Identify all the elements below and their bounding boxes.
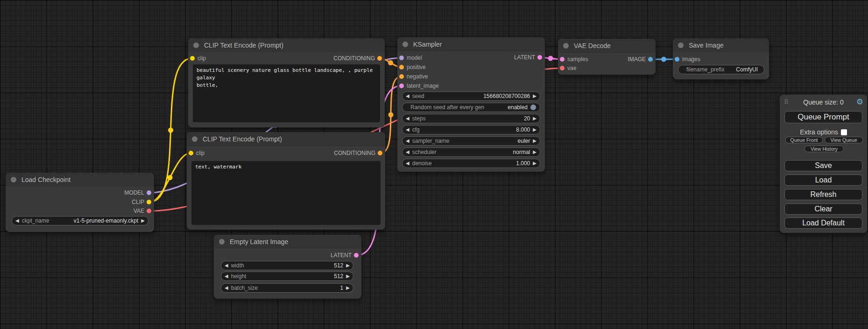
- prev-arrow-icon[interactable]: ◀: [406, 125, 409, 134]
- link-midpoint-latent-out[interactable]: [548, 56, 553, 61]
- node-title-bar[interactable]: Empty Latent Image: [214, 235, 361, 249]
- clip-port-icon[interactable]: [190, 56, 195, 61]
- drag-handle-icon[interactable]: ⠿: [784, 95, 789, 110]
- next-arrow-icon[interactable]: ▶: [533, 114, 536, 123]
- clear-button[interactable]: Clear: [784, 203, 862, 215]
- widget-batch-size[interactable]: ◀ batch_size 1 ▶: [221, 283, 353, 293]
- widget-scheduler[interactable]: ◀ scheduler normal ▶: [402, 147, 540, 157]
- image-port-icon[interactable]: [675, 57, 679, 62]
- widget-label: ckpt_name: [22, 217, 68, 224]
- node-clip-text-encode-positive[interactable]: CLIP Text Encode (Prompt) clip CONDITION…: [188, 38, 385, 127]
- prev-arrow-icon[interactable]: ◀: [225, 283, 228, 293]
- vae-port-icon[interactable]: [560, 66, 565, 70]
- vae-port-icon[interactable]: [147, 209, 151, 213]
- conditioning-port-icon[interactable]: [377, 56, 382, 61]
- load-button[interactable]: Load: [784, 175, 862, 186]
- positive-prompt-textarea[interactable]: beautiful scenery nature glass bottle la…: [193, 64, 380, 122]
- view-queue-button[interactable]: View Queue: [825, 137, 863, 143]
- widget-ckpt-name[interactable]: ◀ ckpt_name v1-5-pruned-emaonly.ckpt ▶: [12, 216, 148, 225]
- collapse-dot-icon[interactable]: [678, 42, 684, 48]
- input-port-samples: samples: [558, 55, 588, 64]
- widget-height[interactable]: ◀ height 512 ▶: [221, 272, 353, 281]
- next-arrow-icon[interactable]: ▶: [533, 125, 536, 134]
- latent-port-icon[interactable]: [354, 253, 359, 258]
- widget-value: 512: [334, 262, 343, 269]
- prev-arrow-icon[interactable]: ◀: [406, 114, 409, 123]
- next-arrow-icon[interactable]: ▶: [533, 91, 536, 101]
- node-save-image[interactable]: Save Image images filename_prefix ComfyU…: [673, 38, 769, 79]
- widget-label: batch_size: [231, 285, 335, 291]
- prev-arrow-icon[interactable]: ◀: [225, 272, 228, 281]
- extra-options-checkbox[interactable]: [841, 129, 847, 135]
- link-midpoint-image[interactable]: [661, 57, 666, 62]
- next-arrow-icon[interactable]: ▶: [346, 261, 350, 270]
- collapse-dot-icon[interactable]: [193, 42, 199, 48]
- model-port-icon[interactable]: [399, 56, 404, 60]
- node-graph-canvas[interactable]: Load Checkpoint MODEL CLIP VAE ◀ ckpt_na…: [0, 0, 868, 329]
- refresh-button[interactable]: Refresh: [784, 189, 862, 200]
- next-arrow-icon[interactable]: ▶: [346, 283, 350, 293]
- prev-arrow-icon[interactable]: ◀: [406, 136, 409, 146]
- load-default-button[interactable]: Load Default: [784, 217, 862, 229]
- node-load-checkpoint[interactable]: Load Checkpoint MODEL CLIP VAE ◀ ckpt_na…: [6, 173, 154, 232]
- queue-prompt-button[interactable]: Queue Prompt: [784, 111, 862, 123]
- node-title-bar[interactable]: KSampler: [397, 37, 545, 51]
- widget-denoise[interactable]: ◀ denoise 1.000 ▶: [402, 159, 540, 168]
- widget-seed[interactable]: ◀ seed 156680208700286 ▶: [402, 91, 540, 101]
- widget-filename-prefix[interactable]: filename_prefix ComfyUI: [678, 65, 764, 74]
- next-arrow-icon[interactable]: ▶: [533, 147, 536, 157]
- image-port-icon[interactable]: [648, 57, 653, 62]
- node-empty-latent-image[interactable]: Empty Latent Image LATENT ◀ width 512 ▶ …: [214, 235, 361, 299]
- next-arrow-icon[interactable]: ▶: [533, 136, 536, 146]
- conditioning-port-icon[interactable]: [378, 151, 382, 155]
- conditioning-port-icon[interactable]: [399, 65, 404, 70]
- link-midpoint-cond-negative[interactable]: [388, 112, 394, 118]
- node-title-label: VAE Decode: [574, 42, 611, 49]
- node-title-bar[interactable]: CLIP Text Encode (Prompt): [187, 132, 385, 146]
- prev-arrow-icon[interactable]: ◀: [406, 159, 409, 168]
- latent-port-icon[interactable]: [399, 84, 404, 88]
- node-vae-decode[interactable]: VAE Decode samples vae IMAGE: [558, 39, 656, 75]
- node-title-bar[interactable]: Load Checkpoint: [6, 173, 154, 187]
- latent-port-icon[interactable]: [537, 55, 542, 60]
- prev-arrow-icon[interactable]: ◀: [406, 91, 409, 101]
- prev-arrow-icon[interactable]: ◀: [406, 147, 409, 157]
- toggle-icon[interactable]: [530, 105, 536, 110]
- widget-cfg[interactable]: ◀ cfg 8.000 ▶: [402, 125, 540, 134]
- clip-port-icon[interactable]: [147, 200, 151, 204]
- link-midpoint-clip-positive[interactable]: [168, 128, 173, 133]
- link-midpoint-clip-negative[interactable]: [168, 175, 173, 180]
- next-arrow-icon[interactable]: ▶: [346, 272, 350, 281]
- node-title-label: Save Image: [689, 42, 724, 49]
- settings-gear-icon[interactable]: ⚙: [856, 95, 863, 110]
- node-clip-text-encode-negative[interactable]: CLIP Text Encode (Prompt) clip CONDITION…: [187, 132, 385, 230]
- queue-front-button[interactable]: Queue Front: [785, 137, 823, 143]
- queue-panel[interactable]: ⠿ Queue size: 0 ⚙ Queue Prompt Extra opt…: [780, 95, 867, 233]
- prev-arrow-icon[interactable]: ◀: [225, 261, 228, 270]
- model-port-icon[interactable]: [147, 190, 151, 195]
- collapse-dot-icon[interactable]: [11, 177, 16, 182]
- node-ksampler[interactable]: KSampler model positive negative latent_…: [397, 37, 545, 172]
- widget-random-seed-toggle[interactable]: Random seed after every gen enabled: [402, 103, 540, 112]
- conditioning-port-icon[interactable]: [399, 74, 404, 79]
- widget-width[interactable]: ◀ width 512 ▶: [221, 261, 353, 270]
- collapse-dot-icon[interactable]: [192, 136, 198, 142]
- prev-arrow-icon[interactable]: ◀: [15, 216, 19, 225]
- node-title-bar[interactable]: VAE Decode: [558, 39, 656, 53]
- collapse-dot-icon[interactable]: [402, 42, 408, 47]
- node-title-bar[interactable]: Save Image: [673, 38, 769, 52]
- port-label: MODEL: [124, 189, 144, 196]
- widget-steps[interactable]: ◀ steps 20 ▶: [402, 114, 540, 123]
- save-button[interactable]: Save: [784, 160, 862, 171]
- collapse-dot-icon[interactable]: [219, 239, 225, 245]
- widget-sampler-name[interactable]: ◀ sampler_name euler ▶: [402, 136, 540, 146]
- view-history-button[interactable]: View History: [804, 146, 844, 152]
- next-arrow-icon[interactable]: ▶: [533, 159, 536, 168]
- collapse-dot-icon[interactable]: [563, 43, 569, 49]
- negative-prompt-textarea[interactable]: text, watermark: [191, 161, 381, 225]
- clip-port-icon[interactable]: [189, 151, 193, 155]
- node-title-bar[interactable]: CLIP Text Encode (Prompt): [188, 38, 385, 52]
- next-arrow-icon[interactable]: ▶: [141, 216, 145, 225]
- latent-port-icon[interactable]: [560, 57, 565, 62]
- link-midpoint-cond-positive[interactable]: [388, 60, 393, 65]
